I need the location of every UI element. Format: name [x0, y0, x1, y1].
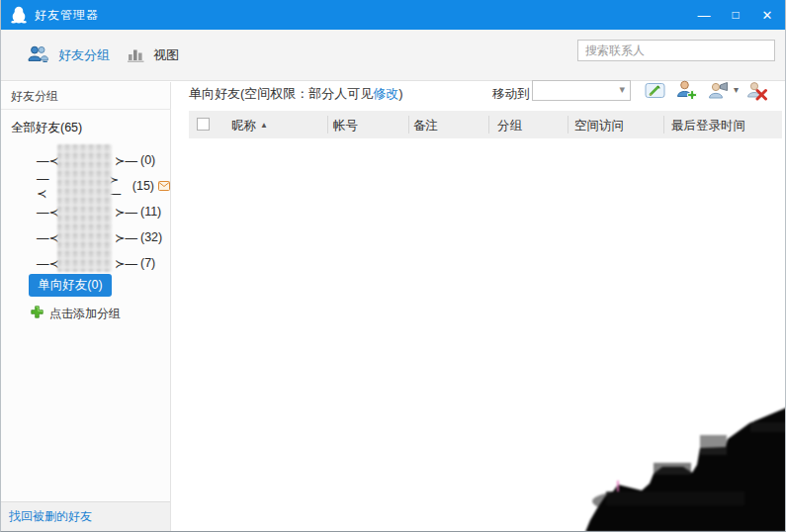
group-name-prefix: —≺ — [37, 230, 59, 245]
all-friends-label: 全部好友(65) — [11, 120, 82, 136]
tab-view-label: 视图 — [153, 46, 179, 64]
column-header-last-login[interactable]: 最后登录时间 — [671, 118, 745, 134]
column-header-space-visit[interactable]: 空间访问 — [574, 118, 624, 134]
sort-ascending-icon: ▲ — [260, 121, 268, 130]
toolbar: 好友分组 视图 — [1, 30, 785, 81]
column-divider — [568, 116, 568, 133]
section-header-close-paren: ) — [398, 86, 402, 101]
group-name-suffix: ≻— — [115, 230, 137, 245]
tab-friend-groups[interactable]: 好友分组 — [28, 40, 110, 71]
group-count: (11) — [140, 205, 161, 219]
title-bar: 好友管理器 — □ ✕ — [1, 0, 785, 30]
section-header-text: 单向好友(空间权限：部分人可见 — [189, 86, 373, 101]
edit-remark-button[interactable] — [644, 79, 667, 102]
recover-deleted-friends-link[interactable]: 找回被删的好友 — [9, 502, 92, 531]
group-name-prefix: —≺ — [37, 172, 57, 201]
group-name-prefix: —≺ — [37, 256, 59, 271]
tab-view[interactable]: 视图 — [127, 40, 179, 71]
group-count: (0) — [140, 153, 155, 167]
group-name-suffix: ≻— — [115, 205, 137, 220]
column-divider — [327, 116, 328, 133]
delete-friend-button[interactable] — [745, 79, 769, 102]
group-count: (32) — [140, 230, 162, 244]
column-header-nickname[interactable]: 昵称 — [231, 118, 256, 134]
sidebar-divider — [1, 109, 171, 110]
window-controls: — □ ✕ — [688, 0, 783, 30]
modify-permission-link[interactable]: 修改 — [373, 86, 398, 101]
bar-chart-icon — [127, 46, 144, 65]
group-count: (7) — [140, 256, 155, 270]
group-name-suffix: ≻— — [115, 153, 137, 168]
close-button[interactable]: ✕ — [751, 0, 783, 30]
chevron-down-icon: ▾ — [619, 83, 625, 96]
column-header-group[interactable]: 分组 — [497, 118, 522, 134]
minimize-button[interactable]: — — [688, 0, 720, 30]
search-input[interactable] — [577, 40, 775, 61]
move-to-label: 移动到 — [492, 86, 530, 103]
group-count: (15) — [132, 179, 154, 193]
column-header-account[interactable]: 帐号 — [333, 118, 358, 134]
table-header-row: 昵称 ▲ 帐号 备注 分组 空间访问 最后登录时间 — [189, 111, 782, 138]
group-name-prefix: —≺ — [37, 153, 59, 168]
move-to-dropdown[interactable]: ▾ — [532, 80, 631, 101]
group-name-prefix: —≺ — [37, 205, 59, 220]
recommend-dropdown-arrow[interactable]: ▾ — [734, 84, 739, 95]
select-all-checkbox[interactable] — [197, 118, 210, 131]
tab-friend-groups-label: 好友分组 — [58, 46, 110, 64]
new-message-envelope-icon[interactable] — [158, 181, 170, 191]
sidebar-bottom-bar: 找回被删的好友 — [1, 501, 170, 531]
add-friend-button[interactable] — [675, 79, 699, 102]
section-header: 单向好友(空间权限：部分人可见修改) — [189, 85, 403, 103]
maximize-button[interactable]: □ — [720, 0, 751, 30]
window-title: 好友管理器 — [35, 7, 99, 24]
friend-groups-icon — [28, 45, 49, 65]
redacted-group-names-overlay — [57, 144, 112, 272]
green-plus-icon — [31, 306, 44, 321]
column-divider — [488, 116, 489, 133]
sidebar: 好友分组 全部好友(65) —≺≻— (0) —≺≻— (15) —≺≻— (1… — [1, 82, 171, 531]
qq-penguin-icon — [11, 6, 27, 24]
column-divider — [408, 116, 409, 133]
column-divider — [663, 116, 664, 133]
friend-manager-window: 好友管理器 — □ ✕ 好友分组 — [0, 0, 786, 532]
one-way-friends-item-selected[interactable]: 单向好友(0) — [29, 274, 112, 297]
add-group-button[interactable]: 点击添加分组 — [31, 304, 121, 323]
column-header-remark[interactable]: 备注 — [413, 118, 438, 134]
group-name-suffix: ≻— — [115, 256, 137, 271]
sidebar-header: 好友分组 — [11, 88, 58, 105]
add-group-label: 点击添加分组 — [49, 306, 121, 322]
recommend-friend-button[interactable] — [707, 79, 731, 102]
